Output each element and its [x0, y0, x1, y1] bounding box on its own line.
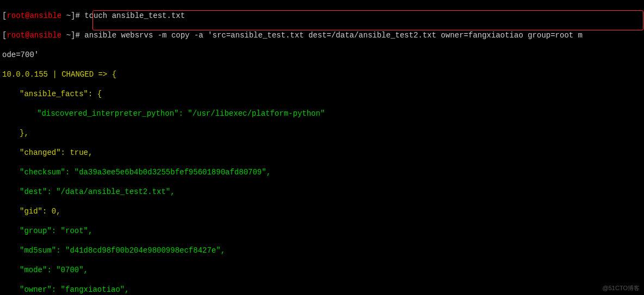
- host1-interp: "discovered_interpreter_python": "/usr/l…: [2, 109, 642, 118]
- prompt-user: root: [7, 11, 25, 20]
- command-2a: ansible websrvs -m copy -a 'src=ansible_…: [84, 31, 583, 40]
- prompt-host: ansible: [29, 11, 61, 20]
- host1-mode: "mode": "0700",: [2, 265, 642, 275]
- prompt-tilde: ~: [66, 31, 71, 40]
- prompt-tilde: ~: [66, 11, 71, 20]
- host1-gid: "gid": 0,: [2, 206, 642, 216]
- highlight-box: [92, 10, 643, 30]
- host1-facts-open: "ansible_facts": {: [2, 89, 642, 99]
- prompt-host: ansible: [29, 31, 61, 40]
- prompt-hash: #: [75, 11, 84, 20]
- host1-dest: "dest": "/data/ansible_test2.txt",: [2, 187, 642, 197]
- prompt-hash: #: [75, 31, 84, 40]
- host1-md5sum: "md5sum": "d41d8cd98f00b204e9800998ecf84…: [2, 246, 642, 255]
- prompt-space: [61, 31, 66, 40]
- terminal-output: [root@ansible ~]# touch ansible_test.txt…: [0, 0, 644, 295]
- host1-checksum: "checksum": "da39a3ee5e6b4b0d3255bfef956…: [2, 167, 642, 177]
- command-2b: ode=700': [2, 50, 642, 60]
- host1-header: 10.0.0.155 | CHANGED => {: [2, 70, 642, 79]
- host1-close-brace: },: [2, 128, 642, 138]
- host1-owner: "owner": "fangxiaotiao",: [2, 285, 642, 294]
- prompt-line-2[interactable]: [root@ansible ~]# ansible websrvs -m cop…: [2, 30, 642, 40]
- prompt-space: [61, 11, 66, 20]
- host1-changed: "changed": true,: [2, 148, 642, 158]
- watermark: @51CTO博客: [603, 283, 640, 293]
- prompt-user: root: [7, 31, 25, 40]
- host1-group: "group": "root",: [2, 226, 642, 236]
